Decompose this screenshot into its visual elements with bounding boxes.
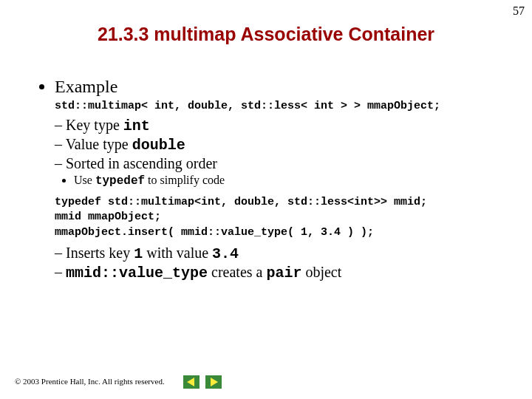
declaration-line: std::multimap< int, double, std::less< i… xyxy=(55,100,502,112)
bullet-text: with value xyxy=(143,245,212,261)
code-block: typedef std::multimap<int, double, std::… xyxy=(55,195,502,240)
bullet-text: Inserts key xyxy=(66,245,134,261)
bullet-value-type-creates: mmid::value_type creates a pair object xyxy=(55,264,502,282)
bullet-text: Value type xyxy=(66,136,132,152)
inline-code: pair xyxy=(266,265,301,282)
slide-title: 21.3.3 multimap Associative Container xyxy=(0,24,532,45)
sub-bullet-typedef: Use typedef to simplify code xyxy=(74,174,502,188)
sub-bullet-prefix: Use xyxy=(74,174,95,186)
bullet-text: object xyxy=(301,264,341,280)
prev-button[interactable] xyxy=(183,375,200,389)
bullet-value-type: Value type double xyxy=(55,136,502,154)
inline-code: 1 xyxy=(134,245,143,262)
copyright-footer: © 2003 Prentice Hall, Inc. All rights re… xyxy=(15,377,165,386)
page-number: 57 xyxy=(513,4,525,18)
inline-code: int xyxy=(123,117,150,134)
inline-code: double xyxy=(132,137,185,154)
inline-code: 3.4 xyxy=(212,245,239,262)
bullet-text: Sorted in ascending order xyxy=(66,155,217,171)
example-heading: Example xyxy=(55,77,502,97)
bullet-key-type: Key type int xyxy=(55,117,502,134)
slide-content: Example std::multimap< int, double, std:… xyxy=(38,77,502,282)
bullet-sorted: Sorted in ascending order xyxy=(55,155,502,172)
slide-nav xyxy=(183,375,225,389)
inline-code: mmid::value_type xyxy=(66,265,208,282)
arrow-right-icon xyxy=(205,375,222,389)
next-button[interactable] xyxy=(205,375,222,389)
bullet-inserts: Inserts key 1 with value 3.4 xyxy=(55,245,502,262)
sub-bullet-suffix: to simplify code xyxy=(145,174,225,186)
bullet-text: creates a xyxy=(208,264,266,280)
arrow-left-icon xyxy=(183,375,200,389)
inline-code: typedef xyxy=(95,174,145,188)
bullet-text: Key type xyxy=(66,117,123,133)
